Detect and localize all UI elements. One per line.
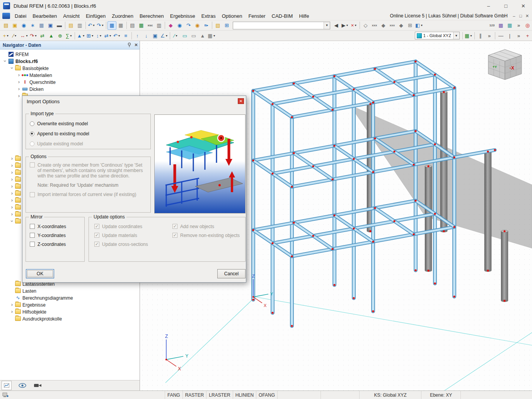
ruler-x-button[interactable]: — [496, 31, 505, 40]
renumber-button[interactable]: 123 [488, 21, 496, 30]
chevron-right-icon[interactable]: › [9, 212, 15, 217]
zoom-previous-button[interactable]: ↷ [184, 21, 193, 30]
menu-item-zuordnen[interactable]: Zuordnen [109, 12, 136, 20]
settings-button[interactable]: ∗ [28, 21, 37, 30]
chevron-right-icon[interactable]: › [9, 205, 15, 210]
chevron-right-icon[interactable]: › [16, 87, 22, 91]
chevron-right-icon[interactable]: › [16, 94, 22, 98]
chevron-right-icon[interactable]: › [16, 80, 22, 84]
move-nodes-button[interactable]: ↔▼ [19, 31, 29, 40]
panel-minimize-icon[interactable]: – [511, 14, 517, 19]
checkbox-icon[interactable] [30, 224, 35, 229]
radio-row-overwrite-existing-model[interactable]: Overwrite existing model [30, 119, 148, 129]
member-up-button[interactable]: ↑ [133, 31, 142, 40]
menu-item-einf-gen[interactable]: Einfügen [83, 12, 109, 20]
coordinate-system-combobox[interactable]: 1 - Global XYZ▼ [415, 32, 460, 39]
chevron-right-icon[interactable]: › [9, 156, 15, 161]
redo-button[interactable]: ↷▼ [96, 21, 105, 30]
menu-item-datei[interactable]: Datei [12, 12, 29, 20]
mesh-settings-button[interactable]: ▦▼ [207, 31, 216, 40]
radio-icon[interactable] [30, 121, 34, 126]
new-member-button[interactable]: ∕▼ [171, 31, 180, 40]
status-toggle-ofang[interactable]: OFANG [256, 391, 278, 399]
model-manager-button[interactable]: ▦ [37, 21, 46, 30]
chevron-right-icon[interactable]: › [9, 163, 15, 168]
chevron-right-icon[interactable]: › [9, 309, 15, 314]
status-toggle-hlinien[interactable]: HLINIEN [233, 391, 256, 399]
compass-button[interactable]: + [523, 31, 532, 40]
chevron-right-icon[interactable]: › [9, 198, 15, 203]
generate-model-button[interactable]: ▲ [47, 31, 56, 40]
close-panel-icon[interactable]: ✕ [133, 42, 140, 49]
snap-points-button[interactable]: xxx [370, 21, 379, 30]
menu-item-fenster[interactable]: Fenster [245, 12, 268, 20]
mirror-tool-button[interactable]: ⇄ [38, 31, 47, 40]
print-button[interactable]: ▬ [55, 21, 64, 30]
panel-close-icon[interactable]: ✕ [524, 14, 530, 19]
dimensions-button[interactable]: ↕▼ [95, 31, 104, 40]
menu-item-extras[interactable]: Extras [198, 12, 219, 20]
panel-tab-icon[interactable] [2, 381, 12, 390]
member-down-button[interactable]: ↓ [142, 31, 151, 40]
pin-icon[interactable] [126, 42, 133, 49]
close-button[interactable]: ✕ [515, 0, 532, 12]
new-model-button[interactable]: ▤ [2, 21, 10, 30]
zoom-window-button[interactable]: ◉ [175, 21, 184, 30]
zoom-fit-button[interactable]: ⊕ [56, 31, 65, 40]
table-view-button[interactable]: ▦ [107, 21, 116, 30]
rotate-nodes-button[interactable]: ↷▼ [29, 31, 38, 40]
camera-icon[interactable] [33, 381, 43, 390]
dialog-close-icon[interactable]: ✕ [238, 98, 244, 104]
tree-item-berechnungsdiagramme[interactable]: ∿Berechnungsdiagramme [0, 294, 140, 301]
table-xsc-button[interactable]: xsc [146, 21, 155, 30]
checkbox-icon[interactable] [30, 233, 35, 238]
clipboard-button[interactable]: ◆ [166, 21, 175, 30]
chevron-down-icon[interactable]: › [2, 59, 8, 63]
save-button[interactable]: ▣ [46, 21, 55, 30]
chevron-down-icon[interactable]: ▼ [324, 22, 330, 29]
view-settings-button[interactable]: ▦▼ [464, 31, 473, 40]
mirror-checkbox-z-coordinates[interactable]: Z-coordinates [30, 240, 83, 249]
comment-button[interactable]: ◉ [193, 21, 202, 30]
tree-item-materialien[interactable]: ›Materialien [0, 72, 140, 78]
table-print-button[interactable]: ▤ [128, 21, 137, 30]
radio-row-append-to-existing-model[interactable]: Append to existing model [30, 129, 148, 139]
menu-item-ansicht[interactable]: Ansicht [60, 12, 83, 20]
new-opening-button[interactable]: ▭ [189, 31, 198, 40]
e-export-button[interactable]: E▸ [202, 21, 211, 30]
section-view-button[interactable]: ∥ [476, 31, 485, 40]
mirror-checkbox-y-coordinates[interactable]: Y-coordinates [30, 231, 83, 240]
mirror-checkbox-x-coordinates[interactable]: X-coordinates [30, 222, 83, 231]
new-surface-button[interactable]: ▭ [180, 31, 189, 40]
menu-item-berechnen[interactable]: Berechnen [136, 12, 167, 20]
view-back-button[interactable]: ◀ [332, 21, 341, 30]
table-report-button[interactable]: ▥ [155, 21, 164, 30]
delete-results-button[interactable]: ×▼ [350, 21, 358, 30]
menu-item-hilfe[interactable]: Hilfe [296, 12, 312, 20]
ok-button[interactable]: OK [26, 269, 54, 278]
chevron-down-icon[interactable]: › [9, 66, 15, 70]
select-special-button[interactable]: ⊞▼ [86, 31, 95, 40]
radio-icon[interactable] [30, 131, 34, 136]
maximize-button[interactable]: □ [497, 0, 515, 12]
center-object-button[interactable]: ▣ [151, 31, 160, 40]
dlubal-online-button[interactable]: ◉ [19, 21, 28, 30]
select-button[interactable]: ▲▼ [76, 31, 86, 40]
grid-button[interactable]: ⊞ [406, 21, 414, 30]
tree-item-blocks-rf6[interactable]: ›Blocks.rf6 [0, 58, 140, 65]
tree-item-ausdruckprotokolle[interactable]: Ausdruckprotokolle [0, 315, 140, 322]
angle-button[interactable]: ∠▼ [160, 31, 169, 40]
title-bar[interactable]: Dlubal RFEM | 6.02.0063 | Blocks.rf6 – □… [0, 0, 532, 12]
chevron-right-icon[interactable]: › [9, 177, 15, 182]
guide-lock-button[interactable]: ◆ [397, 21, 406, 30]
rotate-copy-button[interactable]: ↶▼ [113, 31, 121, 40]
app-menu-icon[interactable] [2, 13, 10, 19]
ruler-y-button[interactable]: | [505, 31, 514, 40]
minimize-button[interactable]: – [480, 0, 497, 12]
view-cube[interactable]: -X+Y [488, 49, 522, 80]
checkbox-icon[interactable] [30, 242, 35, 247]
navigator-header[interactable]: Navigator - Daten ✕ [0, 41, 140, 49]
new-support-button[interactable]: ▲ [198, 31, 207, 40]
overflow2-button[interactable]: » [485, 31, 494, 40]
search-combobox[interactable]: ▼ [233, 22, 330, 29]
